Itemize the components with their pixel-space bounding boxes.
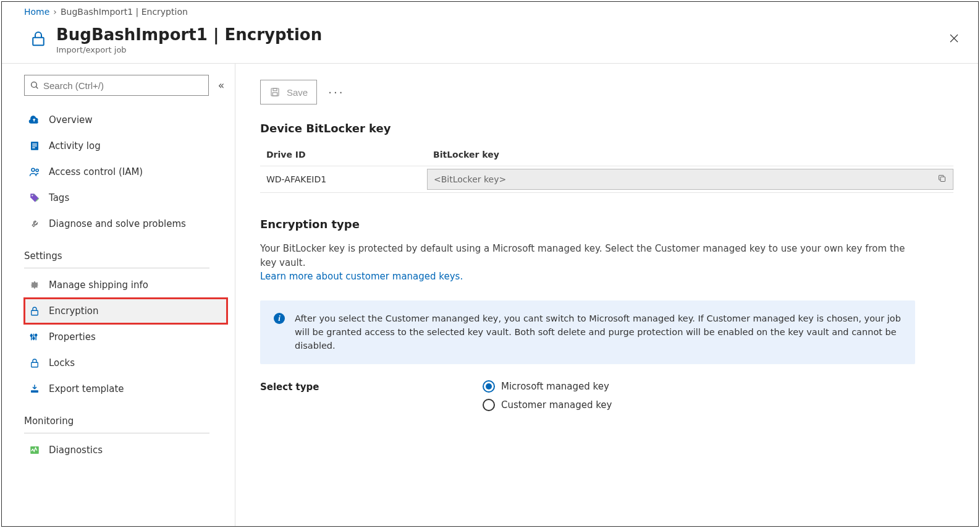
radio-icon bbox=[483, 399, 495, 411]
sidebar-item-shipping[interactable]: Manage shipping info bbox=[24, 272, 227, 298]
select-type-label: Select type bbox=[260, 380, 483, 393]
more-button[interactable]: ··· bbox=[326, 86, 347, 99]
bitlocker-heading: Device BitLocker key bbox=[260, 122, 953, 135]
wrench-icon bbox=[28, 217, 41, 231]
sidebar-item-label: Encryption bbox=[49, 305, 99, 317]
copy-icon bbox=[937, 174, 947, 183]
lock-icon bbox=[28, 356, 41, 370]
save-button-label: Save bbox=[287, 87, 308, 98]
lock-icon bbox=[27, 27, 50, 50]
sidebar-item-overview[interactable]: Overview bbox=[24, 107, 227, 133]
svg-point-6 bbox=[32, 168, 35, 171]
radio-microsoft-key[interactable]: Microsoft managed key bbox=[483, 380, 612, 393]
main-content: Save ··· Device BitLocker key Drive ID B… bbox=[235, 64, 978, 526]
save-button[interactable]: Save bbox=[260, 80, 317, 104]
sidebar-item-export-template[interactable]: Export template bbox=[24, 376, 227, 402]
search-icon bbox=[30, 80, 40, 90]
select-type-row: Select type Microsoft managed key Custom… bbox=[260, 380, 953, 411]
info-text: After you select the Customer mananged k… bbox=[295, 312, 902, 353]
info-icon: i bbox=[274, 313, 285, 324]
collapse-sidebar-button[interactable]: « bbox=[215, 79, 227, 92]
breadcrumb: Home › BugBashImport1 | Encryption bbox=[2, 2, 978, 19]
sidebar-item-label: Overview bbox=[49, 114, 93, 126]
sidebar-item-label: Tags bbox=[49, 192, 69, 203]
bitlocker-key-value: <BitLocker key> bbox=[434, 174, 937, 184]
svg-rect-0 bbox=[33, 38, 44, 46]
title-bar: BugBashImport1 | Encryption Import/expor… bbox=[2, 19, 978, 64]
save-icon bbox=[269, 87, 281, 98]
sidebar-item-label: Manage shipping info bbox=[49, 279, 148, 291]
encryption-description: Your BitLocker key is protected by defau… bbox=[260, 242, 909, 271]
diagnostics-icon bbox=[28, 443, 41, 457]
cloud-icon bbox=[28, 113, 41, 127]
sidebar-item-locks[interactable]: Locks bbox=[24, 350, 227, 376]
svg-rect-9 bbox=[32, 310, 38, 315]
export-icon bbox=[28, 382, 41, 396]
sidebar-item-tags[interactable]: Tags bbox=[24, 185, 227, 211]
svg-point-7 bbox=[36, 169, 38, 171]
bitlocker-key-field[interactable]: <BitLocker key> bbox=[427, 169, 953, 190]
sidebar-item-label: Properties bbox=[49, 331, 96, 343]
svg-rect-18 bbox=[272, 93, 277, 96]
key-type-radio-group: Microsoft managed key Customer managed k… bbox=[483, 380, 612, 411]
tags-icon bbox=[28, 191, 41, 205]
svg-rect-19 bbox=[940, 177, 945, 182]
drive-id-cell: WD-AFAKEID1 bbox=[260, 166, 427, 193]
bitlocker-table: Drive ID BitLocker key WD-AFAKEID1 <BitL… bbox=[260, 146, 953, 193]
svg-rect-3 bbox=[32, 143, 37, 145]
col-drive-id: Drive ID bbox=[260, 146, 427, 166]
close-button[interactable] bbox=[945, 29, 963, 48]
sidebar-item-label: Access control (IAM) bbox=[49, 166, 143, 177]
encryption-heading: Encryption type bbox=[260, 218, 953, 231]
radio-label: Microsoft managed key bbox=[501, 381, 609, 392]
sidebar-section-monitoring: Monitoring bbox=[24, 415, 227, 429]
svg-rect-17 bbox=[273, 88, 277, 91]
copy-button[interactable] bbox=[937, 174, 947, 185]
sidebar-item-diagnostics[interactable]: Diagnostics bbox=[24, 437, 227, 463]
radio-customer-key[interactable]: Customer managed key bbox=[483, 399, 612, 411]
search-input-wrapper[interactable] bbox=[24, 75, 209, 96]
sidebar-item-diagnose[interactable]: Diagnose and solve problems bbox=[24, 211, 227, 237]
svg-point-10 bbox=[30, 334, 32, 336]
breadcrumb-separator-icon: › bbox=[53, 7, 57, 17]
sidebar: « Overview Activity log Access control (… bbox=[2, 64, 235, 526]
sidebar-item-label: Diagnose and solve problems bbox=[49, 218, 186, 229]
info-box: i After you select the Customer mananged… bbox=[260, 300, 915, 364]
sidebar-item-encryption[interactable]: Encryption bbox=[24, 298, 227, 324]
lock-icon bbox=[28, 304, 41, 318]
sidebar-item-label: Locks bbox=[49, 357, 75, 368]
col-bitlocker-key: BitLocker key bbox=[427, 146, 953, 166]
sidebar-item-properties[interactable]: Properties bbox=[24, 324, 227, 350]
sidebar-item-activity-log[interactable]: Activity log bbox=[24, 133, 227, 159]
log-icon bbox=[28, 139, 41, 153]
people-icon bbox=[28, 165, 41, 179]
breadcrumb-current: BugBashImport1 | Encryption bbox=[61, 7, 188, 17]
radio-icon bbox=[483, 380, 495, 393]
svg-point-12 bbox=[35, 334, 37, 336]
sidebar-section-settings: Settings bbox=[24, 250, 227, 264]
svg-point-1 bbox=[32, 82, 37, 88]
radio-label: Customer managed key bbox=[501, 399, 612, 411]
svg-point-11 bbox=[33, 338, 35, 339]
breadcrumb-home-link[interactable]: Home bbox=[24, 7, 49, 17]
table-row: WD-AFAKEID1 <BitLocker key> bbox=[260, 166, 953, 193]
toolbar: Save ··· bbox=[260, 80, 953, 104]
sidebar-item-label: Export template bbox=[49, 383, 124, 394]
properties-icon bbox=[28, 330, 41, 344]
svg-rect-4 bbox=[32, 145, 37, 147]
svg-rect-13 bbox=[32, 362, 38, 367]
sidebar-item-label: Diagnostics bbox=[49, 445, 103, 456]
svg-rect-14 bbox=[31, 390, 38, 393]
page-subtitle: Import/export job bbox=[56, 45, 322, 54]
sidebar-item-iam[interactable]: Access control (IAM) bbox=[24, 159, 227, 185]
sidebar-item-label: Activity log bbox=[49, 140, 101, 151]
learn-more-link[interactable]: Learn more about customer managed keys. bbox=[260, 271, 463, 282]
page-title: BugBashImport1 | Encryption bbox=[56, 25, 322, 44]
svg-rect-5 bbox=[32, 147, 35, 148]
search-input[interactable] bbox=[43, 80, 203, 91]
gear-icon bbox=[28, 278, 41, 292]
